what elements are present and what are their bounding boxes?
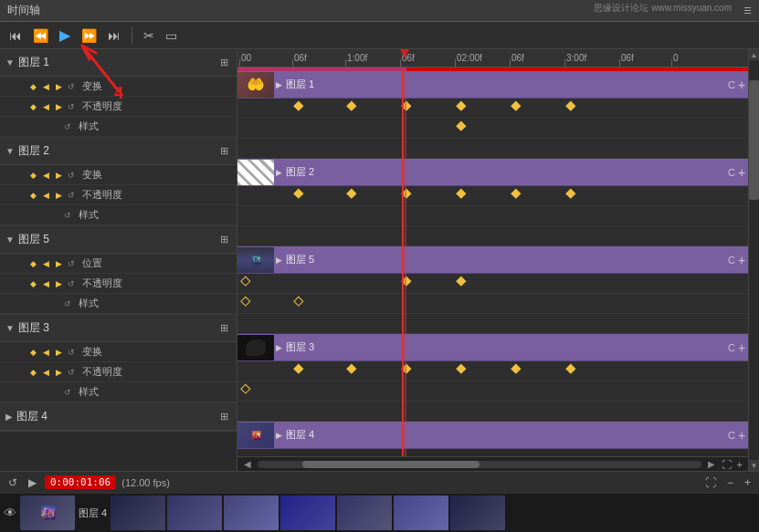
timecode-display[interactable]: 0:00:01:06 <box>45 475 116 489</box>
keyframe-nav-right[interactable]: ▶ <box>53 347 64 358</box>
track-expand-arrow-5[interactable]: ▶ <box>276 256 282 265</box>
keyframe[interactable] <box>293 188 303 198</box>
keyframe-icon[interactable]: ◆ <box>27 278 38 289</box>
keyframe-icon[interactable]: ◆ <box>27 81 38 92</box>
keyframe[interactable] <box>346 363 356 373</box>
layer-options-4[interactable]: ⊞ <box>217 410 231 423</box>
keyframe-nav-right[interactable]: ▶ <box>53 81 64 92</box>
track-c-btn-2[interactable]: C <box>728 167 735 178</box>
keyframe-nav-right[interactable]: ▶ <box>53 367 64 378</box>
keyframe[interactable] <box>456 188 466 198</box>
go-start-button[interactable]: ⏮ <box>5 26 26 45</box>
keyframe[interactable] <box>456 120 466 130</box>
reset-icon[interactable]: ↺ <box>66 367 77 378</box>
track-plus-btn-4[interactable]: + <box>735 428 748 443</box>
expand-arrow-3[interactable]: ▼ <box>5 323 15 333</box>
keyframe[interactable] <box>240 276 250 286</box>
v-scroll-down[interactable]: ▼ <box>749 460 759 471</box>
keyframe-nav-left[interactable]: ◀ <box>40 258 51 269</box>
v-scroll-thumb[interactable] <box>749 80 759 200</box>
keyframe-nav-left[interactable]: ◀ <box>40 101 51 112</box>
layer-header-3[interactable]: ▼ 图层 3 ⊞ <box>0 315 237 342</box>
reset-icon[interactable]: ↺ <box>62 210 73 221</box>
bottom-scrollbar[interactable]: ◀ ▶ ⛶ + <box>237 456 748 471</box>
keyframe-icon[interactable]: ◆ <box>27 190 38 201</box>
vertical-scrollbar[interactable]: ▲ ▼ <box>748 49 759 471</box>
keyframe-nav-right[interactable]: ▶ <box>53 190 64 201</box>
reset-icon[interactable]: ↺ <box>66 347 77 358</box>
track-expand-arrow-1[interactable]: ▶ <box>276 80 282 89</box>
track-c-btn-5[interactable]: C <box>728 255 735 266</box>
layer-header-2[interactable]: ▼ 图层 2 ⊞ <box>0 138 237 165</box>
scroll-right-arrow[interactable]: ▶ <box>705 459 718 469</box>
layer-options-5[interactable]: ⊞ <box>217 233 231 246</box>
keyframe[interactable] <box>401 363 411 373</box>
keyframe[interactable] <box>346 188 356 198</box>
keyframe[interactable] <box>401 188 411 198</box>
track-expand-arrow-4[interactable]: ▶ <box>276 431 282 440</box>
frame-button[interactable]: ▭ <box>162 26 181 45</box>
step-forward-button[interactable]: ⏩ <box>78 26 100 45</box>
reset-icon[interactable]: ↺ <box>62 298 73 309</box>
keyframe[interactable] <box>456 100 466 110</box>
keyframe[interactable] <box>456 276 466 286</box>
keyframe-nav-left[interactable]: ◀ <box>40 347 51 358</box>
reset-icon[interactable]: ↺ <box>62 121 73 132</box>
keyframe[interactable] <box>240 383 250 393</box>
menu-icon[interactable]: ☰ <box>743 5 752 16</box>
scroll-thumb[interactable] <box>302 461 480 468</box>
layer-options-2[interactable]: ⊞ <box>217 144 231 158</box>
keyframe-nav-right[interactable]: ▶ <box>53 101 64 112</box>
keyframe[interactable] <box>511 188 521 198</box>
status-btn-audio[interactable]: ▶ <box>26 475 39 490</box>
go-end-button[interactable]: ⏭ <box>104 26 124 45</box>
keyframe-nav-left[interactable]: ◀ <box>40 278 51 289</box>
status-btn-zoom-out[interactable]: − <box>724 475 736 490</box>
reset-icon[interactable]: ↺ <box>66 258 77 269</box>
play-button[interactable]: ▶ <box>56 25 74 46</box>
status-btn-expand[interactable]: ⛶ <box>702 475 719 490</box>
keyframe-nav-left[interactable]: ◀ <box>40 81 51 92</box>
expand-arrow-1[interactable]: ▼ <box>5 57 15 68</box>
keyframe-nav-right[interactable]: ▶ <box>53 258 64 269</box>
step-back-button[interactable]: ⏪ <box>29 26 52 45</box>
reset-icon[interactable]: ↺ <box>66 170 77 181</box>
track-c-btn-4[interactable]: C <box>728 430 735 441</box>
scroll-track[interactable] <box>258 461 701 468</box>
track-expand-arrow-3[interactable]: ▶ <box>276 343 282 352</box>
keyframe-icon[interactable]: ◆ <box>27 367 38 378</box>
expand-arrow-4[interactable]: ▶ <box>5 412 13 422</box>
keyframe[interactable] <box>346 100 356 110</box>
status-btn-zoom-in[interactable]: + <box>742 475 754 490</box>
keyframe-nav-right[interactable]: ▶ <box>53 170 64 181</box>
keyframe[interactable] <box>401 276 411 286</box>
v-scroll-up[interactable]: ▲ <box>749 49 759 60</box>
keyframe-icon[interactable]: ◆ <box>27 101 38 112</box>
keyframe[interactable] <box>565 363 575 373</box>
keyframe-icon[interactable]: ◆ <box>27 258 38 269</box>
reset-icon[interactable]: ↺ <box>66 81 77 92</box>
keyframe[interactable] <box>240 296 250 306</box>
track-plus-btn-3[interactable]: + <box>735 340 748 355</box>
track-plus-btn-2[interactable]: + <box>735 165 748 180</box>
keyframe[interactable] <box>456 363 466 373</box>
keyframe-nav-right[interactable]: ▶ <box>53 278 64 289</box>
expand-arrow-5[interactable]: ▼ <box>5 235 15 245</box>
keyframe-nav-left[interactable]: ◀ <box>40 367 51 378</box>
scroll-left-arrow[interactable]: ◀ <box>241 459 254 469</box>
keyframe[interactable] <box>511 100 521 110</box>
reset-icon[interactable]: ↺ <box>62 387 73 398</box>
keyframe[interactable] <box>511 363 521 373</box>
expand-arrow-2[interactable]: ▼ <box>5 146 15 156</box>
keyframe-icon[interactable]: ◆ <box>27 170 38 181</box>
keyframe[interactable] <box>565 188 575 198</box>
layer-options-3[interactable]: ⊞ <box>217 321 231 335</box>
track-expand-arrow-2[interactable]: ▶ <box>276 168 282 177</box>
reset-icon[interactable]: ↺ <box>66 278 77 289</box>
keyframe[interactable] <box>401 100 411 110</box>
reset-icon[interactable]: ↺ <box>66 101 77 112</box>
tracks-container[interactable]: 🤲 ▶ 图层 1 C + <box>237 71 748 456</box>
keyframe-nav-left[interactable]: ◀ <box>40 170 51 181</box>
track-plus-btn-1[interactable]: + <box>735 78 748 92</box>
track-c-btn-1[interactable]: C <box>728 79 735 90</box>
